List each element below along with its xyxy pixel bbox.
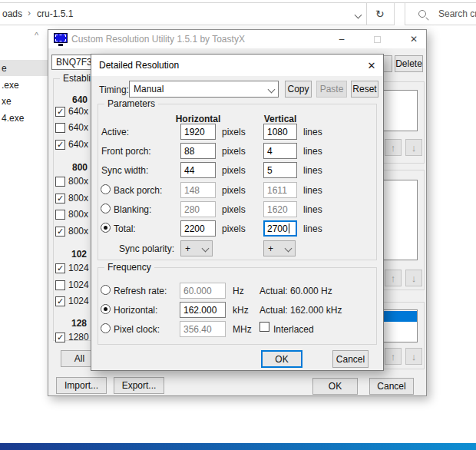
move-down-button[interactable]: ↓ bbox=[405, 139, 422, 156]
taskbar[interactable] bbox=[0, 443, 476, 450]
interlaced-checkbox[interactable] bbox=[259, 322, 269, 332]
refresh-rate-radio[interactable] bbox=[101, 285, 111, 295]
search-placeholder[interactable]: Search cru bbox=[438, 8, 476, 19]
pixel-clock-radio[interactable] bbox=[101, 323, 111, 333]
checkbox[interactable] bbox=[55, 210, 65, 220]
resolution-row[interactable]: ✓640x bbox=[55, 106, 88, 117]
resolution-row[interactable]: ✓1024 bbox=[55, 296, 89, 306]
paste-button[interactable]: Paste bbox=[316, 81, 347, 98]
file-row[interactable]: .exe bbox=[0, 77, 48, 93]
checkbox[interactable]: ✓ bbox=[55, 194, 65, 203]
active-v-input[interactable]: 1080 bbox=[263, 124, 297, 140]
edit-button-fragment[interactable] bbox=[383, 55, 392, 72]
up-arrow-icon: ↑ bbox=[391, 351, 396, 362]
checkbox[interactable] bbox=[55, 280, 65, 290]
move-down-button[interactable]: ↓ bbox=[405, 270, 422, 286]
resolution-label: 1280 bbox=[68, 332, 89, 342]
copy-button[interactable]: Copy bbox=[285, 81, 312, 98]
blanking-v-unit: lines bbox=[303, 204, 322, 215]
move-up-button[interactable]: ↑ bbox=[385, 270, 402, 286]
horizontal-freq-input[interactable]: 162.000 bbox=[180, 302, 226, 318]
down-arrow-icon: ↓ bbox=[412, 351, 417, 362]
horizontal-freq-unit: kHz bbox=[233, 305, 249, 316]
refresh-icon[interactable]: ↻ bbox=[375, 8, 385, 20]
sync-polarity-h-combo[interactable]: + bbox=[180, 240, 213, 256]
checkbox[interactable]: ✓ bbox=[55, 263, 65, 273]
horizontal-freq-radio[interactable] bbox=[101, 304, 111, 314]
sync-width-v-input[interactable]: 5 bbox=[263, 162, 297, 178]
active-h-input[interactable]: 1920 bbox=[180, 124, 216, 140]
checkbox[interactable]: ✓ bbox=[55, 296, 65, 306]
back-porch-v-input[interactable]: 1611 bbox=[263, 182, 297, 198]
blanking-label: Blanking: bbox=[114, 204, 151, 215]
pixel-clock-unit: MHz bbox=[233, 324, 252, 335]
import-button[interactable]: Import... bbox=[56, 377, 107, 394]
breadcrumb-parent[interactable]: oads bbox=[2, 8, 22, 19]
delete-button[interactable]: Delete bbox=[395, 55, 423, 72]
front-porch-v-unit: lines bbox=[303, 146, 322, 157]
move-down-button[interactable]: ↓ bbox=[405, 348, 422, 365]
back-porch-v-value: 1611 bbox=[267, 185, 287, 196]
timing-combo[interactable]: Manual bbox=[129, 81, 279, 98]
resolution-row[interactable]: ✓1280 bbox=[55, 332, 89, 342]
minimize-button[interactable]: – bbox=[334, 30, 349, 48]
check-icon: ✓ bbox=[57, 194, 64, 203]
move-up-button[interactable]: ↑ bbox=[385, 348, 402, 365]
resolution-row[interactable]: ✓800x bbox=[55, 193, 88, 203]
refresh-rate-input[interactable]: 60.000 bbox=[180, 283, 226, 299]
pixel-clock-input[interactable]: 356.40 bbox=[180, 321, 226, 337]
horizontal-freq-value: 162.000 bbox=[183, 305, 217, 316]
front-porch-v-input[interactable]: 4 bbox=[263, 143, 297, 159]
checkbox[interactable] bbox=[55, 123, 65, 133]
resolution-row[interactable]: ✓800x bbox=[55, 226, 88, 237]
export-button[interactable]: Export... bbox=[114, 377, 164, 394]
back-porch-h-input[interactable]: 148 bbox=[180, 182, 216, 198]
checkbox[interactable]: ✓ bbox=[55, 140, 65, 150]
dialog-ok-button[interactable]: OK bbox=[261, 350, 302, 368]
blanking-radio[interactable] bbox=[101, 203, 111, 213]
main-cancel-button[interactable]: Cancel bbox=[369, 378, 414, 395]
checkbox[interactable] bbox=[55, 177, 65, 187]
dialog-titlebar[interactable]: Detailed Resolution ✕ bbox=[91, 55, 383, 76]
total-radio[interactable] bbox=[101, 223, 111, 233]
move-up-button[interactable]: ↑ bbox=[385, 139, 402, 156]
back-porch-radio[interactable] bbox=[101, 184, 111, 194]
file-name: .exe bbox=[2, 80, 19, 91]
up-arrow-icon: ↑ bbox=[391, 142, 396, 154]
file-row[interactable]: e bbox=[0, 60, 48, 76]
resolution-row[interactable]: 640x bbox=[55, 122, 88, 133]
resolution-row[interactable]: ✓640x bbox=[55, 139, 88, 150]
total-h-unit: pixels bbox=[222, 223, 246, 234]
total-v-input[interactable]: 2700 bbox=[263, 220, 297, 237]
sync-width-h-input[interactable]: 44 bbox=[180, 162, 216, 178]
resolution-row[interactable]: 800x bbox=[55, 209, 88, 220]
resolution-label: 800x bbox=[68, 193, 88, 203]
blanking-h-value: 280 bbox=[184, 204, 200, 215]
sync-polarity-v-combo[interactable]: + bbox=[263, 240, 296, 256]
checkbox[interactable]: ✓ bbox=[55, 107, 65, 117]
close-button[interactable]: ✕ bbox=[406, 30, 421, 48]
sync-width-v-value: 5 bbox=[267, 165, 273, 176]
resolution-row[interactable]: 1024 bbox=[55, 280, 89, 290]
blanking-v-input[interactable]: 1620 bbox=[263, 201, 297, 217]
scroll-up-icon[interactable]: ^ bbox=[35, 31, 38, 40]
breadcrumb-current[interactable]: cru-1.5.1 bbox=[37, 8, 73, 19]
resolution-row[interactable]: 800x bbox=[55, 176, 88, 187]
dialog-close-button[interactable]: ✕ bbox=[360, 55, 383, 76]
checkbox[interactable]: ✓ bbox=[55, 333, 65, 342]
reset-button[interactable]: Reset bbox=[351, 81, 378, 98]
front-porch-label: Front porch: bbox=[101, 146, 151, 157]
main-ok-button[interactable]: OK bbox=[312, 378, 358, 395]
checkbox[interactable]: ✓ bbox=[55, 227, 65, 237]
back-porch-label: Back porch: bbox=[114, 185, 162, 196]
resolution-row[interactable]: ✓1024 bbox=[55, 263, 89, 273]
dialog-cancel-button[interactable]: Cancel bbox=[332, 350, 369, 368]
maximize-button[interactable] bbox=[369, 30, 385, 48]
timing-value: Manual bbox=[134, 84, 164, 94]
blanking-h-input[interactable]: 280 bbox=[180, 201, 216, 217]
cru-titlebar[interactable]: Custom Resolution Utility 1.5.1 by Toast… bbox=[48, 30, 426, 48]
file-row[interactable]: 4.exe bbox=[0, 110, 48, 126]
file-row[interactable]: xe bbox=[0, 93, 48, 109]
front-porch-h-input[interactable]: 88 bbox=[180, 143, 216, 159]
total-h-input[interactable]: 2200 bbox=[180, 220, 216, 237]
